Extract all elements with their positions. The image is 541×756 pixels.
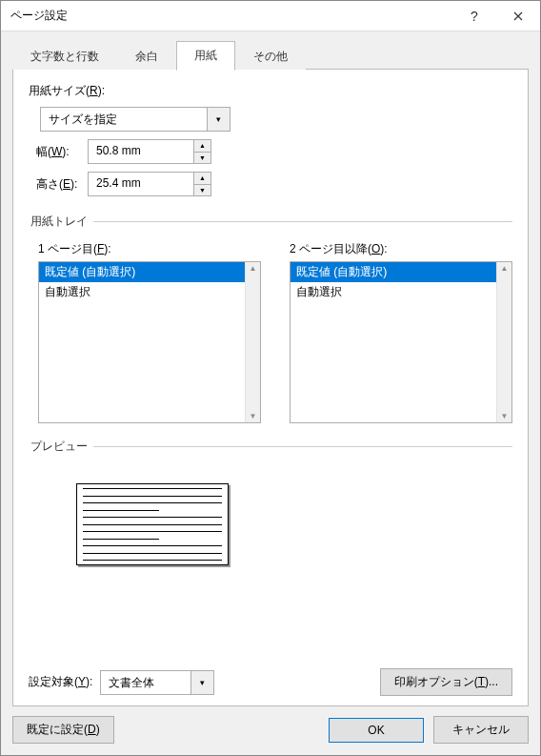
page-setup-dialog: ページ設定 ? 文字数と行数 余白 用紙 その他 用紙サイズ(R): サイズを指…: [0, 0, 541, 756]
height-value[interactable]: 25.4 mm: [89, 173, 193, 195]
tab-margins[interactable]: 余白: [117, 42, 176, 71]
spinner-arrows: ▲ ▼: [193, 173, 210, 195]
help-button[interactable]: ?: [452, 1, 496, 31]
titlebar: ページ設定 ?: [1, 1, 540, 31]
list-item[interactable]: 既定値 (自動選択): [39, 262, 245, 282]
set-default-button[interactable]: 既定に設定(D): [12, 716, 114, 744]
width-label: 幅(W):: [29, 144, 88, 160]
close-button[interactable]: [496, 1, 540, 31]
print-options-button[interactable]: 印刷オプション(T)...: [380, 668, 512, 696]
other-pages-tray-list[interactable]: 既定値 (自動選択) 自動選択 ▲ ▼: [290, 261, 512, 423]
paper-size-select[interactable]: サイズを指定 ▾: [40, 107, 230, 132]
scroll-down-icon: ▼: [501, 412, 509, 420]
list-item[interactable]: 既定値 (自動選択): [291, 262, 496, 282]
height-label: 高さ(E):: [29, 176, 88, 193]
dialog-title: ページ設定: [10, 8, 452, 24]
scroll-down-icon: ▼: [250, 412, 257, 420]
cancel-button[interactable]: キャンセル: [433, 716, 529, 744]
tab-strip: 文字数と行数 余白 用紙 その他: [12, 41, 529, 70]
paper-size-value: サイズを指定: [41, 108, 207, 131]
close-icon: [513, 11, 523, 21]
spinner-down-icon[interactable]: ▼: [194, 153, 210, 164]
chevron-down-icon: ▾: [190, 671, 213, 694]
paper-tray-group: 用紙トレイ 1 ページ目(F): 既定値 (自動選択) 自動選択 ▲: [29, 214, 512, 423]
tab-content-paper: 用紙サイズ(R): サイズを指定 ▾ 幅(W): 50.8 mm ▲ ▼: [12, 70, 529, 706]
ok-button[interactable]: OK: [329, 718, 424, 743]
scrollbar[interactable]: ▲ ▼: [496, 262, 511, 422]
spinner-up-icon[interactable]: ▲: [194, 173, 210, 185]
width-value[interactable]: 50.8 mm: [89, 140, 193, 163]
paper-size-label: 用紙サイズ(R):: [29, 83, 512, 99]
list-item[interactable]: 自動選択: [39, 282, 245, 302]
first-page-tray-label: 1 ページ目(F):: [38, 241, 261, 257]
list-item[interactable]: 自動選択: [291, 282, 496, 302]
width-spinner[interactable]: 50.8 mm ▲ ▼: [88, 139, 211, 164]
preview-legend: プレビュー: [29, 439, 93, 455]
apply-to-value: 文書全体: [101, 671, 190, 694]
spinner-down-icon[interactable]: ▼: [194, 185, 210, 196]
preview-group: プレビュー: [29, 439, 512, 565]
spinner-up-icon[interactable]: ▲: [194, 140, 210, 153]
tab-paper[interactable]: 用紙: [176, 41, 235, 71]
scroll-up-icon: ▲: [250, 264, 257, 273]
scroll-up-icon: ▲: [501, 264, 509, 273]
tab-chars-lines[interactable]: 文字数と行数: [12, 42, 117, 71]
other-pages-tray-label: 2 ページ目以降(O):: [290, 241, 512, 257]
apply-to-select[interactable]: 文書全体 ▾: [100, 670, 214, 695]
paper-tray-legend: 用紙トレイ: [29, 214, 93, 230]
first-page-tray-list[interactable]: 既定値 (自動選択) 自動選択 ▲ ▼: [38, 261, 261, 423]
tab-other[interactable]: その他: [235, 42, 306, 71]
preview-page: [76, 483, 229, 565]
height-spinner[interactable]: 25.4 mm ▲ ▼: [88, 172, 211, 196]
apply-to-label: 設定対象(Y):: [29, 674, 92, 690]
scrollbar[interactable]: ▲ ▼: [245, 262, 260, 422]
chevron-down-icon: ▾: [207, 108, 230, 131]
dialog-footer: 既定に設定(D) OK キャンセル: [1, 706, 540, 755]
spinner-arrows: ▲ ▼: [193, 140, 210, 163]
